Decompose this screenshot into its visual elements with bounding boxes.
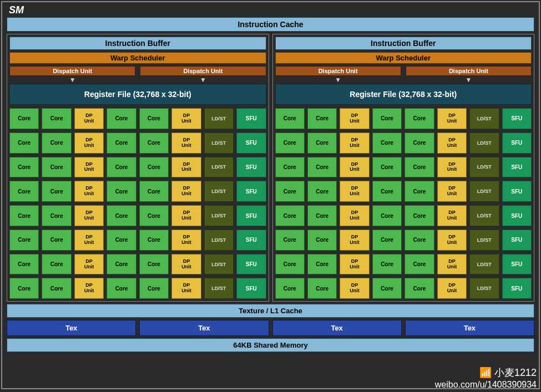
ldst-unit: LD/ST <box>204 230 234 251</box>
core-unit: Core <box>307 108 337 129</box>
warp-scheduler: Warp Scheduler <box>275 52 532 64</box>
dp-unit: DPUnit <box>74 157 104 178</box>
dp-unit: DPUnit <box>340 108 369 129</box>
dp-unit: DPUnit <box>74 205 104 226</box>
ldst-unit: LD/ST <box>469 278 499 299</box>
core-unit: Core <box>405 181 434 202</box>
dp-unit: DPUnit <box>171 133 201 154</box>
tex-unit: Tex <box>139 320 269 336</box>
core-unit: Core <box>42 254 71 275</box>
dp-unit: DPUnit <box>171 230 201 251</box>
core-unit: Core <box>372 157 402 178</box>
sfu-unit: SFU <box>502 230 532 251</box>
dp-unit: DPUnit <box>171 254 201 275</box>
core-unit: Core <box>139 108 169 129</box>
register-file: Register File (32,768 x 32-bit) <box>9 84 266 105</box>
dp-unit: DPUnit <box>437 254 467 275</box>
core-unit: Core <box>372 133 402 154</box>
arrow-row: ▼▼ <box>275 77 532 83</box>
dp-unit: DPUnit <box>340 157 369 178</box>
core-unit: Core <box>9 181 39 202</box>
core-unit: Core <box>372 108 402 129</box>
ldst-unit: LD/ST <box>204 254 234 275</box>
unit-row: CoreCoreDPUnitCoreCoreDPUnitLD/STSFU <box>275 108 532 129</box>
sfu-unit: SFU <box>502 181 532 202</box>
core-unit: Core <box>139 230 169 251</box>
core-unit: Core <box>107 181 136 202</box>
sfu-unit: SFU <box>236 181 266 202</box>
core-unit: Core <box>107 108 136 129</box>
core-unit: Core <box>372 278 402 299</box>
unit-row: CoreCoreDPUnitCoreCoreDPUnitLD/STSFU <box>275 133 532 154</box>
core-unit: Core <box>9 278 39 299</box>
instruction-buffer: Instruction Buffer <box>275 37 532 50</box>
dispatch-row: Dispatch UnitDispatch Unit <box>9 66 266 76</box>
core-unit: Core <box>107 157 136 178</box>
core-unit: Core <box>107 205 136 226</box>
core-unit: Core <box>42 205 71 226</box>
ldst-unit: LD/ST <box>469 157 499 178</box>
sfu-unit: SFU <box>502 108 532 129</box>
sfu-unit: SFU <box>236 205 266 226</box>
dp-unit: DPUnit <box>171 205 201 226</box>
unit-row: CoreCoreDPUnitCoreCoreDPUnitLD/STSFU <box>275 254 532 275</box>
dp-unit: DPUnit <box>74 108 104 129</box>
dp-unit: DPUnit <box>74 254 104 275</box>
sm-title: SM <box>7 3 534 17</box>
dp-unit: DPUnit <box>74 278 104 299</box>
core-unit: Core <box>405 133 434 154</box>
core-unit: Core <box>307 157 337 178</box>
dp-unit: DPUnit <box>74 181 104 202</box>
tex-unit: Tex <box>272 320 402 336</box>
sm-container: SM Instruction Cache Instruction BufferW… <box>1 1 540 389</box>
core-unit: Core <box>139 133 169 154</box>
core-unit: Core <box>372 254 402 275</box>
core-unit: Core <box>42 133 71 154</box>
dp-unit: DPUnit <box>340 205 369 226</box>
warp-scheduler: Warp Scheduler <box>9 52 266 64</box>
core-unit: Core <box>372 205 402 226</box>
core-unit: Core <box>275 278 305 299</box>
texture-l1-cache: Texture / L1 Cache <box>7 304 534 318</box>
dp-unit: DPUnit <box>437 108 467 129</box>
core-unit: Core <box>139 157 169 178</box>
core-unit: Core <box>405 108 434 129</box>
unit-grid: CoreCoreDPUnitCoreCoreDPUnitLD/STSFUCore… <box>275 108 532 299</box>
ldst-unit: LD/ST <box>469 108 499 129</box>
core-unit: Core <box>9 108 39 129</box>
sfu-unit: SFU <box>236 230 266 251</box>
unit-row: CoreCoreDPUnitCoreCoreDPUnitLD/STSFU <box>9 108 266 129</box>
sfu-unit: SFU <box>502 133 532 154</box>
core-unit: Core <box>275 181 305 202</box>
dp-unit: DPUnit <box>340 254 369 275</box>
core-unit: Core <box>275 133 305 154</box>
unit-row: CoreCoreDPUnitCoreCoreDPUnitLD/STSFU <box>275 278 532 299</box>
ldst-unit: LD/ST <box>204 157 234 178</box>
ldst-unit: LD/ST <box>204 108 234 129</box>
dp-unit: DPUnit <box>74 230 104 251</box>
core-unit: Core <box>405 278 434 299</box>
unit-row: CoreCoreDPUnitCoreCoreDPUnitLD/STSFU <box>9 205 266 226</box>
arrow-down-icon: ▼ <box>9 77 135 83</box>
unit-row: CoreCoreDPUnitCoreCoreDPUnitLD/STSFU <box>9 157 266 178</box>
arrow-down-icon: ▼ <box>275 77 401 83</box>
dp-unit: DPUnit <box>171 108 201 129</box>
sfu-unit: SFU <box>502 254 532 275</box>
dispatch-unit: Dispatch Unit <box>275 66 401 76</box>
dp-unit: DPUnit <box>171 181 201 202</box>
sfu-unit: SFU <box>236 108 266 129</box>
unit-row: CoreCoreDPUnitCoreCoreDPUnitLD/STSFU <box>9 133 266 154</box>
unit-row: CoreCoreDPUnitCoreCoreDPUnitLD/STSFU <box>9 278 266 299</box>
arrow-row: ▼▼ <box>9 77 266 83</box>
dp-unit: DPUnit <box>340 278 369 299</box>
core-unit: Core <box>9 157 39 178</box>
sfu-unit: SFU <box>502 205 532 226</box>
dispatch-unit: Dispatch Unit <box>140 66 266 76</box>
core-unit: Core <box>42 230 71 251</box>
core-unit: Core <box>275 230 305 251</box>
instruction-cache: Instruction Cache <box>7 17 534 32</box>
core-unit: Core <box>139 278 169 299</box>
unit-row: CoreCoreDPUnitCoreCoreDPUnitLD/STSFU <box>9 181 266 202</box>
dp-unit: DPUnit <box>171 157 201 178</box>
smsp-block: Instruction BufferWarp SchedulerDispatch… <box>272 34 535 302</box>
